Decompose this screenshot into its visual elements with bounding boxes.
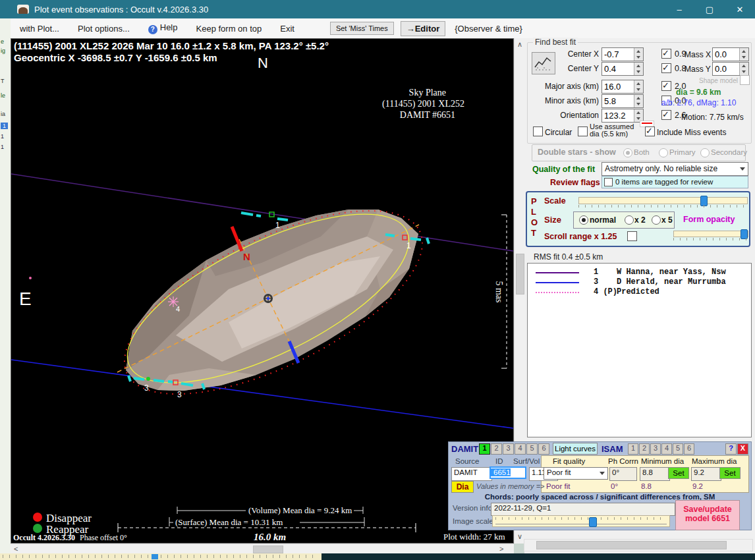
light-curves-button[interactable]: Light curves	[553, 443, 598, 455]
size-radio-group: normal x 2 x 5	[573, 211, 675, 229]
version-info-box[interactable]: 2022-11-29, Q=1	[491, 503, 675, 516]
close-button[interactable]: ✕	[725, 0, 755, 18]
menu-help[interactable]: ?Help	[139, 22, 187, 34]
isam-model-3-button[interactable]: 3	[650, 443, 661, 455]
major-axis-input[interactable]: 16.0	[601, 80, 644, 94]
damit-fit-quality-dropdown[interactable]: Poor fit	[544, 467, 608, 480]
image-scale-slider[interactable]	[492, 515, 670, 527]
size-normal-radio[interactable]	[579, 215, 588, 225]
damit-model-2-button[interactable]: 2	[491, 443, 502, 455]
motion-label: Motion: 7.75 km/s	[681, 113, 744, 122]
minor-axis-input[interactable]: 5.8	[601, 94, 644, 108]
scroll-range-label: Scroll range x 1.25	[544, 232, 617, 241]
min-dia-set-button[interactable]: Set	[668, 467, 689, 479]
menu-keep-on-top[interactable]: Keep form on top	[187, 24, 271, 34]
v-scroll-thumb[interactable]	[516, 254, 524, 294]
dia-result-label: dia = 9.6 km	[676, 88, 721, 97]
orientation-fit-checkbox[interactable]	[661, 110, 671, 120]
editor-button[interactable]: →Editor	[401, 21, 446, 36]
window-titlebar[interactable]: Plot event observations : Occult v.4.202…	[11, 0, 755, 18]
form-horizontal-scrollbar[interactable]	[524, 539, 753, 551]
size-x5-radio[interactable]	[652, 215, 661, 225]
double-secondary-radio[interactable]	[700, 148, 710, 157]
east-direction-label: E	[19, 289, 32, 309]
scroll-range-checkbox[interactable]	[627, 231, 637, 241]
include-miss-checkbox[interactable]	[645, 126, 655, 136]
damit-model-4-button[interactable]: 4	[515, 443, 526, 455]
menu-with-plot[interactable]: with Plot...	[11, 24, 69, 34]
isam-model-5-button[interactable]: 5	[673, 443, 683, 455]
h-scroll-thumb[interactable]	[253, 546, 283, 553]
set-miss-times-button[interactable]: Set 'Miss' Times	[330, 22, 394, 35]
scroll-up-icon[interactable]: ∧	[517, 40, 522, 49]
center-y-input[interactable]: 0.4	[601, 62, 644, 76]
form-h-scroll-thumb[interactable]	[536, 541, 727, 549]
max-dia-set-button[interactable]: Set	[719, 467, 741, 479]
damit-model-3-button[interactable]: 3	[503, 443, 514, 455]
image-scale-thumb[interactable]	[589, 517, 597, 527]
damit-help-button[interactable]: ?	[725, 443, 737, 455]
review-flags-text: 0 items are tagged for review	[615, 178, 713, 186]
damit-model-1-button[interactable]: 1	[479, 443, 490, 455]
plot-horizontal-scrollbar[interactable]: < >	[11, 544, 514, 554]
maximize-button[interactable]: ▢	[694, 0, 725, 18]
plot-width-label: Plot width: 27 km	[443, 532, 505, 542]
max-dia-box[interactable]: 9.2	[691, 467, 721, 481]
observer-listbox[interactable]: 1 W Hanna, near Yass, Nsw 3 D Herald, ne…	[527, 263, 752, 437]
scale-slider[interactable]	[578, 197, 748, 204]
double-both-radio[interactable]	[623, 148, 632, 157]
major-axis-fit-checkbox[interactable]	[661, 81, 671, 91]
list-item[interactable]: 3 D Herald, near Murrumba	[528, 277, 751, 287]
circular-checkbox[interactable]	[533, 126, 543, 136]
chord-number: 4 (P)	[594, 287, 617, 296]
surface-dia-label: (Surface) Mean dia = 10.31 km	[175, 517, 283, 527]
scroll-down-icon[interactable]: ∨	[517, 532, 522, 541]
ph-corrn-box[interactable]: 0°	[609, 467, 637, 481]
fit-quality-col-label: Fit quality	[553, 457, 585, 465]
damit-close-button[interactable]: X	[737, 443, 748, 455]
mass-x-input[interactable]: 0.0	[712, 47, 749, 61]
isam-model-6-button[interactable]: 6	[684, 443, 694, 455]
isam-model-4-button[interactable]: 4	[661, 443, 672, 455]
menu-exit[interactable]: Exit	[271, 24, 304, 34]
scroll-left-icon[interactable]: <	[14, 545, 18, 553]
orientation-input[interactable]: 123.2	[601, 109, 644, 123]
mass-y-input[interactable]: 0.0	[712, 62, 749, 76]
app-icon	[17, 5, 29, 14]
isam-model-1-button[interactable]: 1	[628, 443, 638, 455]
memory-max-dia: 9.2	[692, 482, 703, 490]
double-primary-radio[interactable]	[659, 148, 668, 157]
plot-controls-panel: P L O T Scale Size normal x 2 x 5 Form o…	[526, 191, 750, 247]
size-x2-radio[interactable]	[625, 215, 634, 225]
svg-text:DAMIT #6651: DAMIT #6651	[400, 110, 455, 120]
center-x-input[interactable]: -0.7	[601, 47, 644, 61]
review-flags-checkbox[interactable]	[604, 178, 613, 186]
menu-plot-options[interactable]: Plot options...	[69, 24, 139, 34]
damit-model-5-button[interactable]: 5	[526, 443, 538, 455]
fit-quality-dropdown[interactable]: Astrometry only. No reliable size	[601, 162, 748, 176]
damit-model-6-button[interactable]: 6	[538, 443, 549, 455]
center-y-fit-checkbox[interactable]	[661, 63, 671, 73]
list-item[interactable]: 1 W Hanna, near Yass, Nsw	[528, 267, 751, 277]
save-update-button[interactable]: Save/update model 6651	[675, 500, 740, 530]
phase-offset-label: Phase offset 0°	[80, 533, 127, 542]
source-value-box[interactable]: DAMIT	[451, 467, 492, 481]
scroll-right-icon[interactable]: >	[499, 545, 503, 553]
list-item[interactable]: 4 (P) Predicted	[528, 287, 751, 297]
isam-model-2-button[interactable]: 2	[639, 443, 650, 455]
sky-plot-canvas[interactable]: N 1 1 3 3 4 (111455) 2001 XL252 2026 Mar…	[11, 38, 514, 544]
min-dia-box[interactable]: 8.8	[640, 467, 670, 481]
find-best-fit-title: Find best fit	[533, 38, 578, 47]
use-assumed-dia-checkbox[interactable]	[578, 126, 588, 136]
center-x-fit-checkbox[interactable]	[661, 49, 671, 59]
memory-fit-quality: Poor fit	[546, 482, 570, 490]
dia-button[interactable]: Dia	[451, 481, 474, 493]
minimize-button[interactable]: –	[664, 0, 694, 18]
chord-1-line-sample	[536, 272, 579, 273]
form-opacity-slider[interactable]	[673, 231, 748, 237]
chord-1-label-b: 1	[406, 241, 411, 250]
find-best-fit-group: Find best fit Center X -0.7 0.9 Center Y…	[527, 42, 752, 144]
shape-model-checkbox[interactable]	[740, 75, 750, 85]
id-input[interactable]: ​6651	[489, 466, 526, 479]
plot-letter-p: P	[531, 196, 537, 206]
